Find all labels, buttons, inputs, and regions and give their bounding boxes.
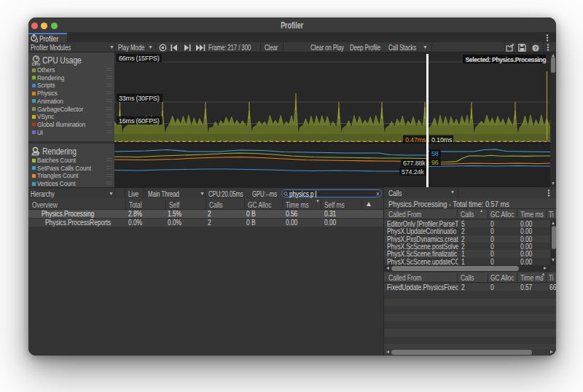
svg-text:0.10ms: 0.10ms — [431, 136, 453, 144]
svg-text:58: 58 — [431, 150, 439, 157]
svg-text:574.24k: 574.24k — [402, 168, 424, 176]
svg-text:Selected: Physics.Processing: Selected: Physics.Processing — [466, 56, 547, 63]
svg-text:96: 96 — [431, 159, 439, 166]
svg-text:677.88k: 677.88k — [403, 160, 426, 167]
svg-text:66ms (15FPS): 66ms (15FPS) — [119, 55, 160, 62]
svg-text:16ms (60FPS): 16ms (60FPS) — [119, 117, 160, 125]
svg-text:?: ? — [534, 44, 538, 51]
svg-text:33ms (30FPS): 33ms (30FPS) — [119, 95, 160, 102]
svg-text:0.47ms: 0.47ms — [405, 136, 426, 144]
